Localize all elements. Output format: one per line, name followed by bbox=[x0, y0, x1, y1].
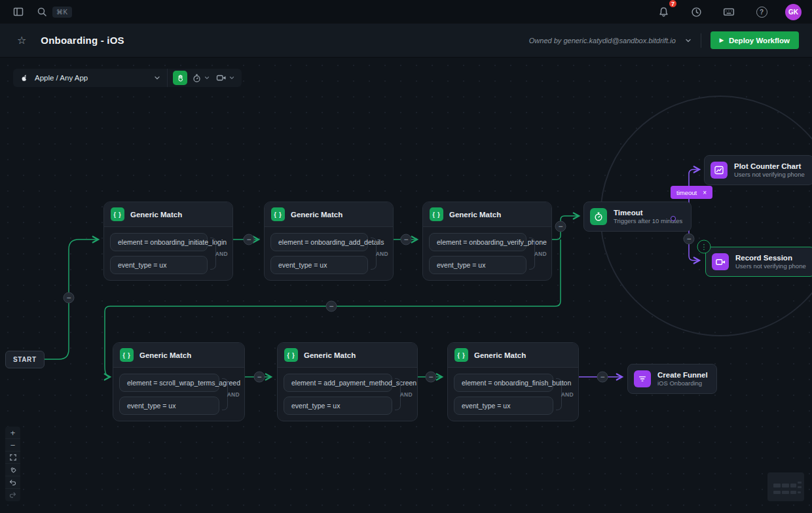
condition-pill[interactable]: event_type = ux bbox=[454, 397, 553, 415]
condition-pill[interactable]: event_type = ux bbox=[270, 256, 368, 274]
favorite-star-icon[interactable]: ☆ bbox=[17, 34, 26, 46]
and-label: AND bbox=[534, 251, 547, 257]
redo-button[interactable] bbox=[5, 489, 20, 501]
edge-collapse-button[interactable]: − bbox=[64, 292, 75, 304]
create-funnel-node[interactable]: Create Funnel iOS Onboarding bbox=[627, 364, 717, 394]
apple-icon bbox=[20, 73, 29, 83]
fit-view-button[interactable] bbox=[5, 451, 20, 464]
node-title: Generic Match bbox=[304, 351, 356, 359]
record-tool-button[interactable] bbox=[215, 72, 236, 84]
search-button[interactable] bbox=[33, 3, 51, 21]
match-node-4[interactable]: { } Generic Match element = scroll_wrap_… bbox=[113, 342, 245, 421]
minimap-node bbox=[782, 484, 789, 487]
match-node-3[interactable]: { } Generic Match element = onboarding_v… bbox=[422, 202, 552, 281]
start-node[interactable]: START bbox=[5, 351, 45, 368]
owner-chevron-down-icon[interactable] bbox=[685, 37, 692, 44]
timeout-edge-label: timeout bbox=[676, 189, 697, 196]
sidebar-toggle-button[interactable] bbox=[9, 3, 28, 21]
record-session-node[interactable]: Record Session Users not verifying phone bbox=[705, 247, 812, 277]
condition-pill[interactable]: element = onboarding_initiate_login bbox=[110, 233, 208, 251]
match-node-1[interactable]: { } Generic Match element = onboarding_i… bbox=[103, 202, 233, 281]
condition-pill[interactable]: element = onboarding_add_details bbox=[270, 233, 368, 251]
edge-collapse-button[interactable]: − bbox=[244, 234, 255, 245]
edge-collapse-button[interactable]: − bbox=[684, 234, 695, 245]
workflow-canvas[interactable] bbox=[0, 58, 812, 513]
bell-icon bbox=[658, 7, 669, 18]
condition-pill[interactable]: element = onboarding_finish_button bbox=[454, 374, 553, 392]
workflow-editor: ⌘K 7 bbox=[0, 0, 812, 513]
history-button[interactable] bbox=[687, 3, 705, 21]
shortcuts-button[interactable] bbox=[720, 3, 738, 21]
edge-collapse-button[interactable]: − bbox=[555, 221, 566, 232]
node-title: Record Session bbox=[735, 253, 806, 262]
node-menu-button[interactable]: ⋮ bbox=[697, 240, 711, 254]
node-title: Generic Match bbox=[139, 351, 191, 359]
stopwatch-icon bbox=[593, 211, 604, 222]
zoom-in-button[interactable]: + bbox=[5, 427, 20, 439]
funnel-icon bbox=[638, 374, 647, 383]
minimap-node bbox=[790, 491, 796, 494]
edge-collapse-button[interactable]: − bbox=[326, 301, 337, 312]
deploy-workflow-button[interactable]: ▶ Deploy Workflow bbox=[710, 31, 799, 49]
and-label: AND bbox=[215, 251, 228, 257]
edge-collapse-button[interactable]: − bbox=[597, 372, 608, 383]
plot-counter-chart-node[interactable]: Plot Counter Chart Users not verifying p… bbox=[704, 155, 812, 185]
pan-tool-button[interactable] bbox=[173, 71, 187, 85]
match-node-6[interactable]: { } Generic Match element = onboarding_f… bbox=[447, 342, 579, 421]
workflow-header: ☆ Onboarding - iOS Owned by generic.katy… bbox=[0, 24, 812, 58]
condition-pill[interactable]: element = scroll_wrap_terms_agreed bbox=[119, 374, 219, 392]
stopwatch-icon bbox=[192, 73, 202, 83]
lock-button[interactable] bbox=[5, 464, 20, 476]
timeout-output-port[interactable] bbox=[671, 216, 676, 221]
minimap-node bbox=[782, 491, 789, 494]
node-title: Generic Match bbox=[474, 351, 526, 359]
match-node-2[interactable]: { } Generic Match element = onboarding_a… bbox=[264, 202, 394, 281]
and-label: AND bbox=[227, 391, 240, 398]
record-chevron-icon bbox=[229, 75, 235, 81]
help-button[interactable]: ? bbox=[752, 3, 771, 21]
app-selector-dropdown[interactable]: Apple / Any App bbox=[13, 73, 167, 83]
timer-tool-button[interactable] bbox=[191, 72, 212, 84]
node-title: Generic Match bbox=[449, 211, 501, 219]
minimap-node bbox=[790, 484, 796, 487]
notifications-button[interactable]: 7 bbox=[654, 3, 673, 21]
user-avatar[interactable]: GK bbox=[785, 4, 802, 20]
and-label: AND bbox=[376, 251, 388, 257]
play-icon: ▶ bbox=[720, 37, 724, 43]
minimap-node bbox=[798, 486, 802, 488]
minimap[interactable] bbox=[767, 472, 804, 501]
lock-icon bbox=[7, 465, 18, 476]
condition-pill[interactable]: element = add_payment_method_screen bbox=[284, 374, 392, 392]
zoom-out-button[interactable]: − bbox=[5, 439, 20, 451]
and-label: AND bbox=[561, 391, 574, 398]
node-subtitle: Users not verifying phone bbox=[734, 171, 805, 179]
condition-pill[interactable]: event_type = ux bbox=[284, 397, 392, 415]
node-subtitle: iOS Onboarding bbox=[657, 380, 708, 387]
undo-button[interactable] bbox=[5, 476, 20, 489]
match-node-5[interactable]: { } Generic Match element = add_payment_… bbox=[277, 342, 418, 421]
condition-pill[interactable]: element = onboarding_verify_phone bbox=[429, 233, 526, 251]
edge-collapse-button[interactable]: − bbox=[401, 234, 412, 245]
braces-icon: { } bbox=[271, 207, 285, 221]
and-label: AND bbox=[400, 391, 413, 398]
timeout-edge-badge[interactable]: timeout × bbox=[671, 186, 712, 199]
edge-collapse-button[interactable]: − bbox=[254, 372, 265, 383]
node-subtitle: Users not verifying phone bbox=[735, 262, 806, 270]
braces-icon: { } bbox=[430, 207, 443, 221]
edge-collapse-button[interactable]: − bbox=[426, 372, 437, 383]
search-shortcut-badge: ⌘K bbox=[52, 7, 72, 18]
braces-icon: { } bbox=[284, 348, 298, 362]
condition-pill[interactable]: event_type = ux bbox=[429, 256, 526, 274]
remove-timeout-icon[interactable]: × bbox=[703, 189, 707, 196]
condition-pill[interactable]: event_type = ux bbox=[110, 256, 208, 274]
app-selector-chevron-icon bbox=[154, 75, 160, 81]
sidebar-icon bbox=[13, 7, 24, 17]
minimap-node bbox=[773, 484, 781, 487]
condition-pill[interactable]: event_type = ux bbox=[119, 397, 219, 415]
canvas-toolbar: Apple / Any App bbox=[13, 69, 242, 87]
keyboard-icon bbox=[723, 6, 735, 18]
minimap-node bbox=[798, 482, 802, 484]
braces-icon: { } bbox=[454, 348, 468, 362]
node-title: Create Funnel bbox=[657, 370, 708, 380]
node-title: Generic Match bbox=[291, 211, 342, 219]
